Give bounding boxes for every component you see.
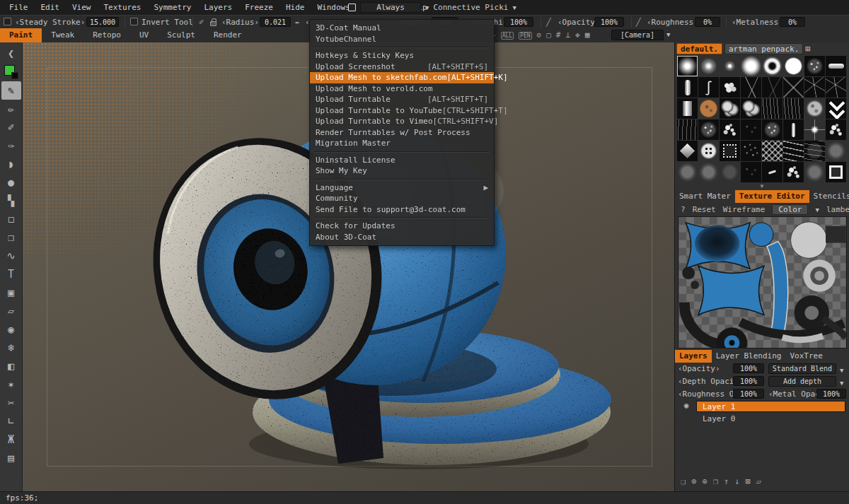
chevron-down-icon[interactable]: ▼ (815, 206, 819, 213)
alpha-thumb[interactable] (826, 56, 846, 76)
alpha-thumb[interactable] (804, 77, 825, 98)
secondary-color-swatch[interactable] (11, 72, 18, 79)
blob-tool[interactable]: ● (1, 173, 21, 192)
symmetry-butterfly-tool[interactable]: Ж (1, 430, 21, 449)
menu-file[interactable]: File (3, 0, 35, 15)
alpha-thumb[interactable] (762, 119, 782, 140)
menu-item-youtube-channel[interactable]: YotubeChannel (310, 34, 494, 45)
tab-texture-editor[interactable]: Texture Editor (735, 190, 809, 203)
alpha-thumb[interactable] (804, 141, 825, 161)
alpha-thumb[interactable] (741, 162, 761, 182)
alpha-thumb[interactable] (698, 98, 719, 119)
alpha-thumb[interactable] (762, 162, 782, 182)
lock-icon[interactable] (210, 21, 216, 26)
add-layer-icon[interactable]: ❏ (681, 476, 686, 486)
alpha-thumb[interactable] (720, 56, 740, 76)
alpha-set-artmanpenpack[interactable]: artman penpack. (724, 43, 803, 54)
menu-item-manual[interactable]: 3D-Coat Manual (310, 23, 494, 34)
brush-tool[interactable]: ✎ (1, 81, 21, 100)
roughness-value[interactable]: 0% (695, 17, 720, 27)
clear-layer-icon[interactable]: ⊠ (745, 476, 750, 486)
workspace-tab-paint[interactable]: Paint (0, 28, 42, 42)
pen-pressure-icon[interactable]: ✒ (295, 16, 300, 29)
layer-visibility-eye-icon[interactable]: ◉ (681, 401, 692, 410)
alpha-thumb[interactable] (826, 119, 846, 140)
steady-stroke-label[interactable]: ‹Steady Stroke› (15, 16, 85, 29)
menu-item-upload-turntable-vimeo[interactable]: Upload Turntable to Vimeo[CTRL+SHIFT+V] (310, 116, 494, 127)
fill-tool[interactable]: ◧ (1, 357, 21, 375)
depth-opacity-value[interactable]: 100% (733, 376, 764, 386)
spline-tool[interactable]: ∿ (1, 247, 21, 265)
roughness-opacity-label[interactable]: ‹Roughness O› (678, 388, 739, 400)
duplicate-layer-icon[interactable]: ❐ (713, 476, 718, 486)
shading-dropdown[interactable]: lambert (826, 205, 849, 214)
alpha-thumb[interactable]: ∫ (698, 77, 719, 98)
alpha-thumb[interactable] (826, 141, 846, 161)
brush-preview-icon[interactable]: ✐ (199, 16, 204, 29)
alpha-thumb[interactable] (804, 98, 825, 119)
always-checkbox[interactable] (348, 4, 356, 11)
tab-layer-blending[interactable]: Layer Blending (712, 350, 786, 363)
opacity-label[interactable]: ‹Opacity› (558, 16, 600, 29)
alpha-thumb[interactable] (804, 162, 825, 182)
text-tool[interactable]: T (1, 265, 21, 283)
pressure-curve-icon[interactable]: ╱ (546, 16, 551, 29)
layer-opacity-label[interactable]: ‹Opacity› (678, 363, 720, 375)
airbrush-tool[interactable]: ✐ (1, 118, 21, 136)
alpha-thumb[interactable] (677, 162, 698, 182)
menu-item-hotkeys[interactable]: Hotkeys & Sticky Keys (310, 50, 494, 61)
alpha-thumb[interactable] (698, 141, 719, 161)
stroke-history-tool[interactable]: ❮ (1, 45, 21, 63)
roughness-opacity-value[interactable]: 100% (733, 389, 764, 399)
alpha-thumb[interactable] (783, 98, 804, 119)
menu-item-upload-mesh-sketchfab[interactable]: Upload Mesh to sketchfab.com[ALT+SHIFT+K… (310, 72, 494, 83)
roughness-label[interactable]: ‹Roughness› (647, 16, 698, 29)
move-layer-down-icon[interactable]: ↓ (734, 476, 739, 486)
pen-toggle-icon[interactable]: PEN (519, 32, 531, 40)
layer-item-layer-1[interactable]: Layer 1 (696, 401, 845, 412)
menu-item-render-turntables[interactable]: Render Turntables w/ Post Process (310, 127, 494, 139)
camera-dropdown[interactable]: [Camera] (611, 30, 664, 40)
blend-mode-dropdown[interactable]: Standard Blend (768, 363, 836, 374)
alpha-thumb[interactable] (783, 162, 804, 182)
freeze-tool[interactable]: ❄ (1, 339, 21, 357)
pressure-curve-icon[interactable]: ╱ (636, 16, 641, 29)
background-icon[interactable]: ▦ (585, 28, 590, 42)
steady-stroke-value[interactable]: 15.000 (86, 17, 119, 27)
comb-tool[interactable]: ▤ (1, 449, 21, 467)
menu-freeze[interactable]: Freeze (238, 0, 279, 15)
alpha-thumb[interactable] (720, 98, 740, 119)
menu-item-send-file[interactable]: Send File to support@3d-coat.com (310, 204, 494, 216)
image-tool[interactable]: ▣ (1, 283, 21, 302)
eraser-tool[interactable]: ▱ (1, 302, 21, 320)
smoothing-value[interactable]: 100% (504, 17, 533, 27)
menu-item-language[interactable]: Language▶ (310, 182, 494, 194)
menu-layers[interactable]: Layers (197, 0, 238, 15)
spray-tool[interactable]: ✑ (1, 136, 21, 155)
eye-tool[interactable]: ◉ (1, 320, 21, 339)
menu-item-about[interactable]: About 3D-Coat (310, 232, 494, 243)
alpha-thumb[interactable] (677, 98, 698, 119)
alpha-thumb[interactable] (783, 77, 804, 98)
alpha-thumb[interactable] (762, 98, 782, 119)
alpha-thumb[interactable] (804, 56, 825, 76)
alpha-thumb[interactable] (741, 141, 761, 161)
alpha-thumb[interactable] (720, 77, 740, 98)
alpha-thumb[interactable] (741, 77, 761, 98)
tab-stencils[interactable]: Stencils (809, 190, 849, 203)
alpha-thumb[interactable] (741, 119, 761, 140)
steady-stroke-checkbox[interactable] (4, 18, 11, 25)
alpha-thumb[interactable] (698, 56, 719, 76)
menu-edit[interactable]: Edit (35, 0, 67, 15)
metalness-value[interactable]: 0% (780, 17, 805, 27)
alpha-thumb[interactable] (783, 141, 804, 161)
alpha-thumb[interactable] (741, 98, 761, 119)
depth-blend-dropdown[interactable]: Add depth (768, 376, 836, 387)
menu-item-upload-screenshot[interactable]: Upload Screenshot[ALT+SHIFT+S] (310, 61, 494, 73)
tab-voxtree[interactable]: VoxTree (785, 350, 826, 363)
menu-item-upload-turntable-youtube[interactable]: Upload Turntable to YouTube[CTRL+SHIFT+T… (310, 105, 494, 117)
menu-item-upload-mesh-verold[interactable]: Upload Mesh to verold.com (310, 83, 494, 95)
stamp-tool[interactable]: ▚ (1, 192, 21, 210)
always-dropdown[interactable]: Always (360, 2, 421, 13)
fit-view-icon[interactable]: ✥ (575, 28, 580, 42)
